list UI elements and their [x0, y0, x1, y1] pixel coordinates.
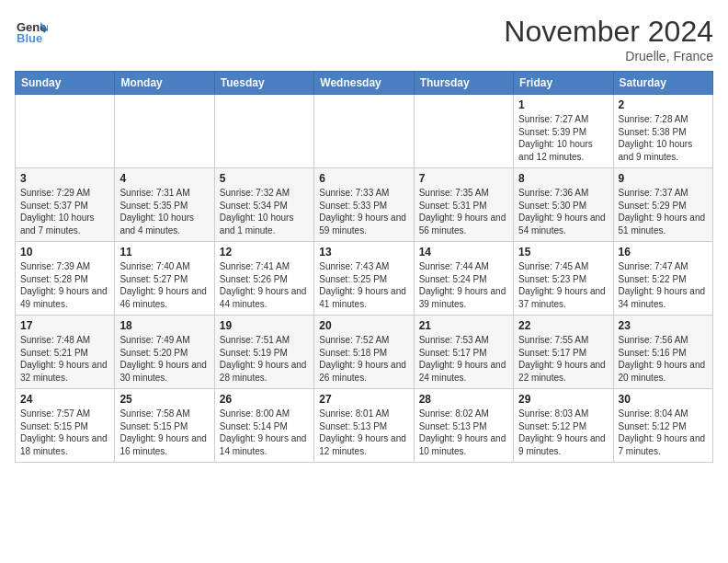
day-info: Sunrise: 7:36 AMSunset: 5:30 PMDaylight:…	[518, 187, 608, 236]
day-number: 22	[518, 319, 608, 332]
day-number: 15	[518, 246, 608, 259]
location: Druelle, France	[504, 49, 713, 63]
calendar-cell: 4Sunrise: 7:31 AMSunset: 5:35 PMDaylight…	[115, 168, 214, 242]
day-number: 6	[319, 172, 408, 185]
day-info: Sunrise: 7:51 AMSunset: 5:19 PMDaylight:…	[220, 334, 309, 384]
calendar-cell: 18Sunrise: 7:49 AMSunset: 5:20 PMDayligh…	[115, 316, 214, 389]
day-info: Sunrise: 7:52 AMSunset: 5:18 PMDaylight:…	[319, 334, 408, 384]
day-number: 9	[619, 172, 708, 185]
day-number: 28	[419, 393, 508, 406]
day-number: 1	[518, 98, 608, 111]
calendar-cell	[314, 95, 414, 168]
day-number: 8	[518, 172, 608, 185]
weekday-header-tuesday: Tuesday	[214, 72, 313, 95]
calendar-cell	[115, 95, 214, 168]
day-number: 18	[119, 319, 209, 332]
day-info: Sunrise: 7:48 AMSunset: 5:21 PMDaylight:…	[20, 334, 109, 384]
day-info: Sunrise: 7:33 AMSunset: 5:33 PMDaylight:…	[319, 187, 408, 236]
day-info: Sunrise: 7:47 AMSunset: 5:22 PMDaylight:…	[619, 260, 708, 310]
day-info: Sunrise: 7:43 AMSunset: 5:25 PMDaylight:…	[319, 260, 408, 310]
calendar-cell	[16, 95, 115, 168]
calendar-cell: 1Sunrise: 7:27 AMSunset: 5:39 PMDaylight…	[514, 95, 613, 168]
day-info: Sunrise: 8:03 AMSunset: 5:12 PMDaylight:…	[518, 408, 608, 457]
calendar-week-3: 10Sunrise: 7:39 AMSunset: 5:28 PMDayligh…	[16, 242, 713, 316]
day-number: 27	[319, 393, 408, 406]
calendar-cell: 29Sunrise: 8:03 AMSunset: 5:12 PMDayligh…	[514, 389, 613, 463]
calendar-cell: 2Sunrise: 7:28 AMSunset: 5:38 PMDaylight…	[613, 95, 712, 168]
day-number: 16	[619, 246, 708, 259]
calendar-week-4: 17Sunrise: 7:48 AMSunset: 5:21 PMDayligh…	[16, 316, 713, 389]
calendar-cell: 28Sunrise: 8:02 AMSunset: 5:13 PMDayligh…	[414, 389, 513, 463]
day-info: Sunrise: 8:02 AMSunset: 5:13 PMDaylight:…	[419, 408, 508, 457]
calendar-cell: 16Sunrise: 7:47 AMSunset: 5:22 PMDayligh…	[613, 242, 712, 316]
calendar-cell: 7Sunrise: 7:35 AMSunset: 5:31 PMDaylight…	[414, 168, 513, 242]
day-number: 7	[419, 172, 508, 185]
calendar-cell: 30Sunrise: 8:04 AMSunset: 5:12 PMDayligh…	[613, 389, 712, 463]
day-info: Sunrise: 8:01 AMSunset: 5:13 PMDaylight:…	[319, 408, 408, 457]
day-info: Sunrise: 7:40 AMSunset: 5:27 PMDaylight:…	[119, 260, 209, 310]
day-number: 12	[220, 246, 309, 259]
calendar-cell: 5Sunrise: 7:32 AMSunset: 5:34 PMDaylight…	[214, 168, 313, 242]
day-info: Sunrise: 7:49 AMSunset: 5:20 PMDaylight:…	[119, 334, 209, 384]
day-info: Sunrise: 8:00 AMSunset: 5:14 PMDaylight:…	[220, 408, 309, 457]
day-number: 24	[20, 393, 109, 406]
weekday-header-wednesday: Wednesday	[314, 72, 414, 95]
day-info: Sunrise: 7:31 AMSunset: 5:35 PMDaylight:…	[119, 187, 209, 236]
calendar-cell: 6Sunrise: 7:33 AMSunset: 5:33 PMDaylight…	[314, 168, 414, 242]
calendar-week-2: 3Sunrise: 7:29 AMSunset: 5:37 PMDaylight…	[16, 168, 713, 242]
day-number: 23	[619, 319, 708, 332]
day-number: 25	[119, 393, 209, 406]
logo: General Blue	[15, 15, 48, 48]
day-number: 11	[119, 246, 209, 259]
day-info: Sunrise: 7:39 AMSunset: 5:28 PMDaylight:…	[20, 260, 109, 310]
day-info: Sunrise: 7:35 AMSunset: 5:31 PMDaylight:…	[419, 187, 508, 236]
day-info: Sunrise: 7:57 AMSunset: 5:15 PMDaylight:…	[20, 408, 109, 457]
day-number: 20	[319, 319, 408, 332]
day-info: Sunrise: 7:56 AMSunset: 5:16 PMDaylight:…	[619, 334, 708, 384]
svg-text:Blue: Blue	[17, 31, 42, 45]
calendar-cell: 26Sunrise: 8:00 AMSunset: 5:14 PMDayligh…	[214, 389, 313, 463]
month-title: November 2024	[504, 15, 713, 49]
calendar-cell: 20Sunrise: 7:52 AMSunset: 5:18 PMDayligh…	[314, 316, 414, 389]
calendar-cell: 12Sunrise: 7:41 AMSunset: 5:26 PMDayligh…	[214, 242, 313, 316]
calendar-cell	[214, 95, 313, 168]
day-info: Sunrise: 7:44 AMSunset: 5:24 PMDaylight:…	[419, 260, 508, 310]
page-header: General Blue November 2024 Druelle, Fran…	[15, 15, 713, 63]
day-number: 30	[619, 393, 708, 406]
calendar-cell: 24Sunrise: 7:57 AMSunset: 5:15 PMDayligh…	[16, 389, 115, 463]
calendar-cell: 15Sunrise: 7:45 AMSunset: 5:23 PMDayligh…	[514, 242, 613, 316]
day-info: Sunrise: 7:32 AMSunset: 5:34 PMDaylight:…	[220, 187, 309, 236]
calendar-week-1: 1Sunrise: 7:27 AMSunset: 5:39 PMDaylight…	[16, 95, 713, 168]
day-info: Sunrise: 8:04 AMSunset: 5:12 PMDaylight:…	[619, 408, 708, 457]
day-info: Sunrise: 7:29 AMSunset: 5:37 PMDaylight:…	[20, 187, 109, 236]
day-number: 19	[220, 319, 309, 332]
day-number: 5	[220, 172, 309, 185]
weekday-header-friday: Friday	[514, 72, 613, 95]
calendar-table: SundayMondayTuesdayWednesdayThursdayFrid…	[15, 71, 713, 463]
calendar-cell	[414, 95, 513, 168]
day-info: Sunrise: 7:45 AMSunset: 5:23 PMDaylight:…	[518, 260, 608, 310]
calendar-cell: 19Sunrise: 7:51 AMSunset: 5:19 PMDayligh…	[214, 316, 313, 389]
title-area: November 2024 Druelle, France	[504, 15, 713, 63]
calendar-cell: 17Sunrise: 7:48 AMSunset: 5:21 PMDayligh…	[16, 316, 115, 389]
day-info: Sunrise: 7:55 AMSunset: 5:17 PMDaylight:…	[518, 334, 608, 384]
day-info: Sunrise: 7:41 AMSunset: 5:26 PMDaylight:…	[220, 260, 309, 310]
weekday-header-monday: Monday	[115, 72, 214, 95]
day-info: Sunrise: 7:27 AMSunset: 5:39 PMDaylight:…	[518, 113, 608, 163]
day-number: 26	[220, 393, 309, 406]
day-info: Sunrise: 7:28 AMSunset: 5:38 PMDaylight:…	[619, 113, 708, 163]
calendar-cell: 11Sunrise: 7:40 AMSunset: 5:27 PMDayligh…	[115, 242, 214, 316]
calendar-cell: 14Sunrise: 7:44 AMSunset: 5:24 PMDayligh…	[414, 242, 513, 316]
calendar-cell: 22Sunrise: 7:55 AMSunset: 5:17 PMDayligh…	[514, 316, 613, 389]
day-number: 21	[419, 319, 508, 332]
day-number: 3	[20, 172, 109, 185]
calendar-cell: 13Sunrise: 7:43 AMSunset: 5:25 PMDayligh…	[314, 242, 414, 316]
day-info: Sunrise: 7:58 AMSunset: 5:15 PMDaylight:…	[119, 408, 209, 457]
day-number: 2	[619, 98, 708, 111]
day-number: 29	[518, 393, 608, 406]
calendar-cell: 3Sunrise: 7:29 AMSunset: 5:37 PMDaylight…	[16, 168, 115, 242]
calendar-cell: 21Sunrise: 7:53 AMSunset: 5:17 PMDayligh…	[414, 316, 513, 389]
calendar-week-5: 24Sunrise: 7:57 AMSunset: 5:15 PMDayligh…	[16, 389, 713, 463]
day-number: 10	[20, 246, 109, 259]
day-info: Sunrise: 7:37 AMSunset: 5:29 PMDaylight:…	[619, 187, 708, 236]
